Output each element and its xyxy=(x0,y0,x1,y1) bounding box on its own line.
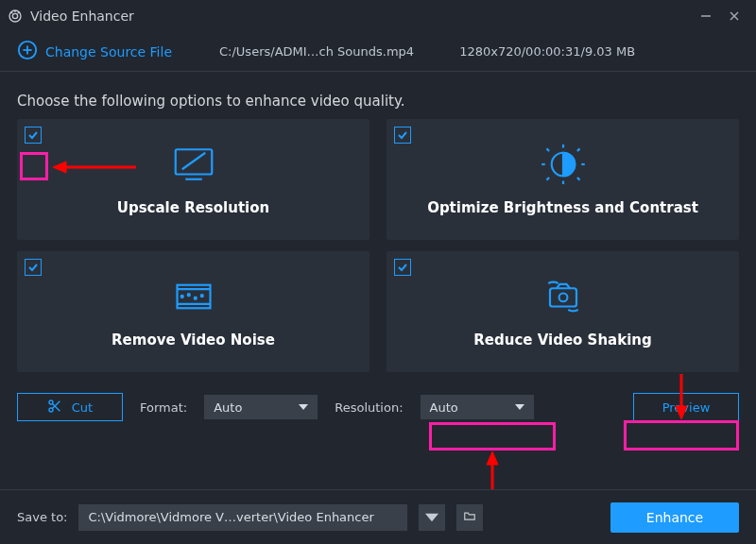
titlebar: Video Enhancer xyxy=(0,0,756,32)
file-info: C:/Users/ADMI…ch Sounds.mp4 1280x720/00:… xyxy=(219,44,739,59)
chevron-down-icon xyxy=(299,400,308,415)
svg-line-19 xyxy=(576,178,579,180)
instruction-text: Choose the following options to enhance … xyxy=(0,72,756,119)
app-icon xyxy=(8,8,23,24)
sun-contrast-icon xyxy=(537,144,590,188)
svg-point-30 xyxy=(49,408,53,412)
svg-marker-41 xyxy=(487,451,498,465)
cut-button[interactable]: Cut xyxy=(17,393,123,421)
toolbar: Change Source File C:/Users/ADMI…ch Soun… xyxy=(0,32,756,72)
card-label: Reduce Video Shaking xyxy=(473,332,652,348)
save-to-label: Save to: xyxy=(17,510,67,524)
svg-point-24 xyxy=(187,294,189,296)
svg-point-29 xyxy=(49,400,53,404)
svg-marker-33 xyxy=(299,404,308,410)
chevron-down-icon xyxy=(515,400,524,415)
svg-marker-39 xyxy=(676,406,687,419)
format-label: Format: xyxy=(140,400,187,415)
svg-point-23 xyxy=(180,295,182,297)
minimize-button[interactable] xyxy=(692,2,720,30)
change-source-button[interactable]: Change Source File xyxy=(17,40,172,63)
svg-line-17 xyxy=(576,148,579,151)
annotation-box-resolution xyxy=(429,422,556,450)
card-label: Upscale Resolution xyxy=(117,199,269,216)
svg-line-16 xyxy=(546,148,549,151)
save-path-input[interactable]: C:\Vidmore\Vidmore V…verter\Video Enhanc… xyxy=(78,504,407,531)
folder-icon xyxy=(463,509,476,525)
svg-line-9 xyxy=(181,152,205,169)
svg-line-18 xyxy=(546,178,549,180)
close-button[interactable] xyxy=(720,2,748,30)
annotation-box-preview xyxy=(624,420,739,450)
cut-label: Cut xyxy=(72,400,93,415)
card-label: Remove Video Noise xyxy=(112,332,275,348)
file-path: C:/Users/ADMI…ch Sounds.mp4 xyxy=(219,44,414,59)
svg-point-26 xyxy=(200,295,202,297)
file-meta: 1280x720/00:00:31/9.03 MB xyxy=(459,44,635,59)
checkbox-shaking[interactable] xyxy=(394,259,411,276)
svg-marker-37 xyxy=(53,162,66,173)
save-path-value: C:\Vidmore\Vidmore V…verter\Video Enhanc… xyxy=(88,510,373,524)
card-upscale-resolution[interactable]: Upscale Resolution xyxy=(17,119,369,240)
annotation-arrow-left xyxy=(53,161,138,174)
checkbox-upscale[interactable] xyxy=(25,127,42,144)
resolution-dropdown[interactable]: Auto xyxy=(421,395,534,419)
card-remove-noise[interactable]: Remove Video Noise xyxy=(17,251,369,372)
svg-marker-34 xyxy=(515,404,524,410)
card-label: Optimize Brightness and Contrast xyxy=(427,199,698,216)
change-source-label: Change Source File xyxy=(45,44,172,60)
camera-shake-icon xyxy=(537,276,590,320)
svg-point-0 xyxy=(12,13,17,18)
svg-marker-35 xyxy=(425,513,438,520)
checkbox-noise[interactable] xyxy=(25,259,42,276)
svg-point-25 xyxy=(194,297,196,298)
enhance-label: Enhance xyxy=(646,510,703,525)
checkbox-brightness[interactable] xyxy=(394,127,411,144)
svg-point-28 xyxy=(558,293,567,301)
add-circle-icon xyxy=(17,40,38,63)
annotation-box-upscale-checkbox xyxy=(20,152,48,180)
footer: Save to: C:\Vidmore\Vidmore V…verter\Vid… xyxy=(0,489,756,544)
svg-rect-27 xyxy=(550,288,576,306)
card-reduce-shaking[interactable]: Reduce Video Shaking xyxy=(387,251,739,372)
annotation-arrow-up-resolution xyxy=(486,451,499,489)
window-title: Video Enhancer xyxy=(30,8,134,24)
format-dropdown[interactable]: Auto xyxy=(204,395,318,419)
enhance-button[interactable]: Enhance xyxy=(610,502,739,533)
resolution-label: Resolution: xyxy=(335,400,403,415)
save-path-dropdown[interactable] xyxy=(419,504,445,531)
resolution-value: Auto xyxy=(430,400,458,415)
browse-folder-button[interactable] xyxy=(456,504,483,531)
options-grid: Upscale Resolution Optimize Brightness a… xyxy=(0,119,756,372)
monitor-upscale-icon xyxy=(167,144,220,188)
card-optimize-brightness[interactable]: Optimize Brightness and Contrast xyxy=(387,119,739,240)
scissors-icon xyxy=(47,399,62,416)
format-value: Auto xyxy=(214,400,242,415)
annotation-arrow-down-preview xyxy=(675,374,688,419)
film-noise-icon xyxy=(167,276,220,320)
